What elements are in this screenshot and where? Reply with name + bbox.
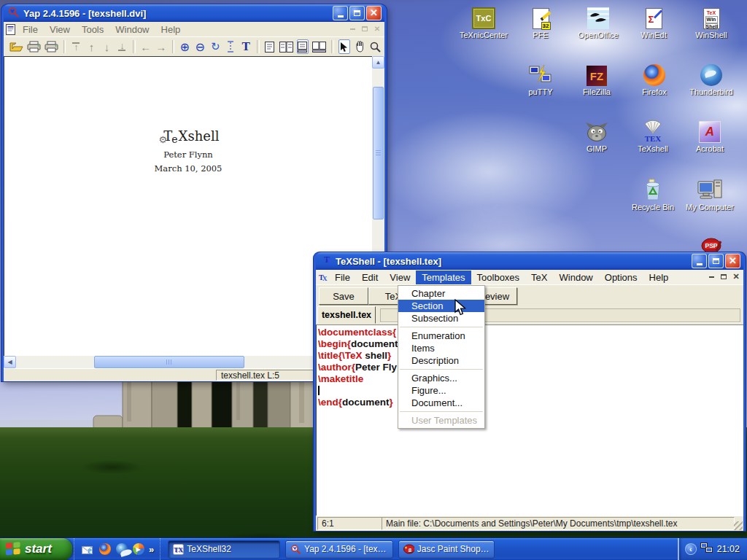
view-single-page-icon[interactable] — [264, 39, 276, 54]
next-page-icon[interactable]: ↓ — [101, 39, 112, 54]
scroll-left-icon[interactable]: ◀ — [4, 356, 16, 368]
desktop-icon-winshell[interactable]: TeXWinShellWinShell — [684, 4, 739, 39]
mdi-restore-icon[interactable] — [719, 272, 729, 281]
desktop-icon-firefox[interactable]: Firefox — [627, 61, 682, 96]
menu-item-chapter[interactable]: Chapter — [398, 287, 484, 300]
select-tool-icon[interactable] — [338, 39, 351, 54]
desktop-icon-winedt[interactable]: ΣWinEdt — [626, 4, 681, 39]
firefox-icon[interactable] — [98, 543, 111, 556]
zoom-in-icon[interactable]: ⊕ — [179, 39, 190, 54]
menu-item-document[interactable]: Document... — [398, 397, 484, 409]
view-continuous-facing-icon[interactable] — [312, 39, 326, 54]
texshell-menu-file[interactable]: File — [329, 271, 356, 284]
tab-texshell-tex[interactable]: texshell.tex — [317, 306, 376, 324]
menu-item-description[interactable]: Description — [398, 354, 484, 367]
start-button[interactable]: start — [0, 538, 72, 560]
texshell-minimize-button[interactable] — [692, 254, 707, 268]
mdi-minimize-icon[interactable] — [347, 24, 357, 34]
texshell-menu-window[interactable]: Window — [554, 271, 599, 284]
taskbar-button-psp[interactable]: 8Jasc Paint Shop Pro — [398, 540, 495, 559]
desktop-icon-putty[interactable]: puTTY — [513, 61, 568, 96]
mdi-close-icon[interactable]: ✕ — [731, 272, 741, 281]
quicklaunch-overflow-chevron-icon[interactable]: » — [149, 544, 154, 555]
desktop-icon-recyclebin[interactable]: Recycle Bin — [625, 176, 681, 211]
resize-grip[interactable] — [734, 521, 743, 530]
toolbar-separator — [172, 40, 174, 53]
psp-task-icon: 8 — [403, 544, 414, 554]
yap-close-button[interactable]: ✕ — [366, 6, 382, 20]
menu-item-section[interactable]: Section — [398, 300, 484, 312]
yap-menu-help[interactable]: Help — [155, 23, 187, 36]
my-computer-icon — [697, 179, 723, 201]
first-page-icon[interactable]: ↑ — [70, 39, 82, 54]
desktop-icon-gimp[interactable]: GIMP — [569, 118, 624, 153]
desktop-icon-label: WinEdt — [626, 31, 681, 39]
texshell-menu-help[interactable]: Help — [643, 271, 675, 284]
menu-item-figure[interactable]: Figure... — [398, 384, 484, 397]
yap-vscroll-thumb[interactable] — [373, 87, 384, 219]
text-mode-icon[interactable]: T — [240, 39, 252, 54]
internet-explorer-mail-icon[interactable]: e — [82, 543, 94, 556]
texshell-tabbar: texshell.tex — [316, 306, 743, 324]
desktop-icon-texshell[interactable]: TEXTeXshell — [625, 118, 681, 153]
texshell-maximize-button[interactable] — [708, 254, 724, 268]
print-copies-icon[interactable] — [44, 39, 58, 54]
texshell-window: TX TeXShell - [texshell.tex] ✕ TX FileEd… — [314, 252, 746, 531]
open-icon[interactable] — [9, 39, 23, 54]
menu-item-user-templates[interactable]: User Templates — [398, 414, 484, 427]
menu-item-subsection[interactable]: Subsection — [398, 312, 484, 324]
desktop-icon-openoffice[interactable]: OpenOffice — [570, 4, 626, 39]
texshell-menu-view[interactable]: View — [384, 271, 416, 284]
hand-tool-icon[interactable] — [354, 39, 365, 54]
texshell-close-button[interactable]: ✕ — [725, 254, 740, 268]
prev-page-icon[interactable]: ↑ — [85, 39, 97, 54]
taskbar-button-yap[interactable]: Yap 2.4.1596 - [texs... — [285, 540, 393, 559]
yap-menubar: FileViewToolsWindowHelp ✕ — [4, 22, 384, 36]
last-page-icon[interactable]: ↓ — [116, 39, 128, 54]
hide-icons-chevron-icon[interactable]: ‹ — [685, 543, 697, 555]
media-player-icon[interactable]: ▶ — [132, 543, 144, 556]
texshell-menu-templates[interactable]: Templates — [416, 271, 471, 284]
yap-maximize-button[interactable] — [349, 6, 365, 20]
texshell-menu-options[interactable]: Options — [599, 271, 643, 284]
forward-icon[interactable]: → — [155, 39, 167, 54]
desktop-icon-acrobat[interactable]: AAcrobat — [682, 118, 738, 153]
texshell-menu-toolboxes[interactable]: Toolboxes — [471, 271, 526, 284]
back-icon[interactable]: ← — [140, 39, 152, 54]
refresh-icon[interactable]: ↻ — [209, 39, 221, 54]
mouse-cursor — [454, 299, 467, 317]
yap-menu-view[interactable]: View — [44, 23, 76, 36]
yap-menu-window[interactable]: Window — [109, 23, 155, 36]
menu-item-items[interactable]: Items — [398, 342, 484, 354]
yap-hscroll-thumb[interactable] — [94, 356, 244, 368]
magnifier-tool-icon[interactable] — [369, 39, 381, 54]
desktop-icon-mycomputer[interactable]: My Computer — [682, 176, 738, 211]
mdi-minimize-icon[interactable] — [706, 272, 716, 281]
desktop-icon-texniccenter[interactable]: TxCTeXnicCenter — [456, 4, 511, 39]
save-button[interactable]: Save — [319, 287, 368, 305]
network-icon[interactable] — [700, 542, 713, 556]
yap-minimize-button[interactable] — [333, 6, 348, 20]
scroll-up-icon[interactable]: ▲ — [372, 56, 384, 69]
print-icon[interactable] — [27, 39, 41, 54]
thunderbird-icon[interactable] — [115, 543, 128, 556]
yap-menu-file[interactable]: File — [17, 23, 44, 36]
desktop-icon-filezilla[interactable]: FZFileZilla — [569, 61, 624, 96]
ruler-icon[interactable] — [225, 39, 236, 54]
mdi-close-icon[interactable]: ✕ — [372, 24, 382, 34]
mdi-restore-icon[interactable] — [360, 24, 370, 34]
view-continuous-icon[interactable] — [297, 39, 309, 54]
view-facing-pages-icon[interactable] — [279, 39, 293, 54]
texshell-menu-edit[interactable]: Edit — [356, 271, 384, 284]
menu-item-enumeration[interactable]: Enumeration — [398, 330, 484, 342]
desktop-icon-pfe[interactable]: 32PFE — [513, 4, 568, 39]
texshell-menu-tex[interactable]: TeX — [525, 271, 553, 284]
yap-menu-tools[interactable]: Tools — [76, 23, 109, 36]
texshell-editor[interactable]: \documentclass{\begin{document}\title{\T… — [316, 324, 743, 516]
taskbar-button-texshell32[interactable]: TXTeXShell32 — [168, 540, 280, 559]
texshell-titlebar[interactable]: TX TeXShell - [texshell.tex] ✕ — [316, 252, 743, 270]
yap-titlebar[interactable]: Yap 2.4.1596 - [texshell.dvi] ✕ — [4, 4, 384, 22]
zoom-out-icon[interactable]: ⊖ — [194, 39, 206, 54]
menu-item-graphics[interactable]: Graphics... — [398, 372, 484, 384]
desktop-icon-thunderbird[interactable]: Thunderbird — [684, 61, 739, 96]
